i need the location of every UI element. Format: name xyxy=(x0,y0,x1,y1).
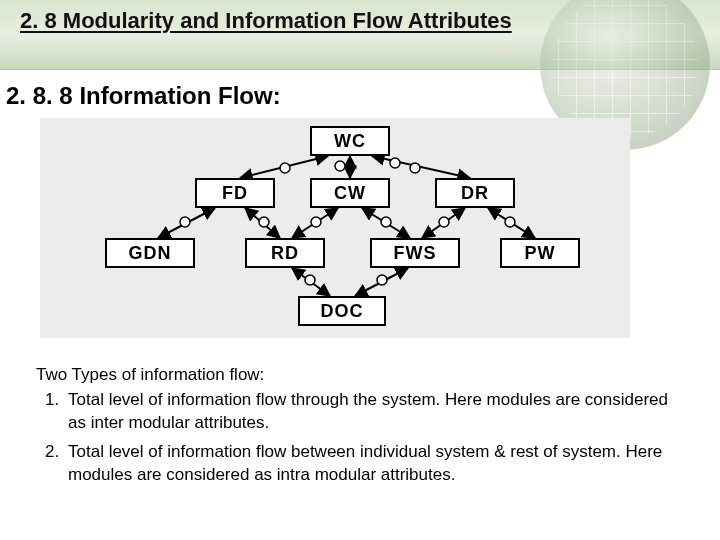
svg-point-15 xyxy=(259,217,269,227)
svg-point-14 xyxy=(180,217,190,227)
svg-point-13 xyxy=(410,163,420,173)
body-text: Two Types of information flow: Total lev… xyxy=(36,364,684,487)
svg-point-18 xyxy=(439,217,449,227)
svg-point-22 xyxy=(390,158,400,168)
slide: 2. 8 Modularity and Information Flow Att… xyxy=(0,0,720,540)
body-list: Total level of information flow through … xyxy=(64,389,684,487)
svg-point-17 xyxy=(381,217,391,227)
module-doc: DOC xyxy=(298,296,386,326)
svg-point-19 xyxy=(505,217,515,227)
module-rd: RD xyxy=(245,238,325,268)
information-flow-diagram: WC FD CW DR GDN RD FWS PW DOC xyxy=(40,118,630,338)
svg-line-2 xyxy=(372,156,470,178)
body-item-2: Total level of information flow between … xyxy=(64,441,684,487)
module-cw: CW xyxy=(310,178,390,208)
svg-point-12 xyxy=(335,161,345,171)
module-fd: FD xyxy=(195,178,275,208)
module-wc: WC xyxy=(310,126,390,156)
svg-point-20 xyxy=(305,275,315,285)
body-item-1: Total level of information flow through … xyxy=(64,389,684,435)
globe-decoration xyxy=(520,0,720,90)
svg-point-16 xyxy=(311,217,321,227)
module-pw: PW xyxy=(500,238,580,268)
body-intro: Two Types of information flow: xyxy=(36,364,684,387)
module-gdn: GDN xyxy=(105,238,195,268)
header-band: 2. 8 Modularity and Information Flow Att… xyxy=(0,0,720,70)
header-title: 2. 8 Modularity and Information Flow Att… xyxy=(20,8,520,34)
svg-point-11 xyxy=(280,163,290,173)
module-fws: FWS xyxy=(370,238,460,268)
svg-point-21 xyxy=(377,275,387,285)
module-dr: DR xyxy=(435,178,515,208)
